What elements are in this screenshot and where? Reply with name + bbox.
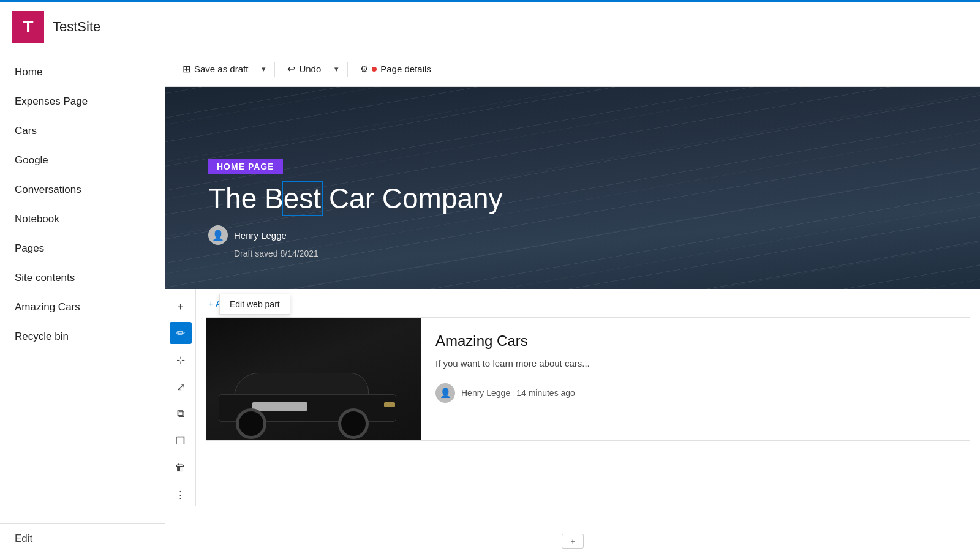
news-card-image (206, 318, 421, 440)
sidebar-item-notebook[interactable]: Notebook (0, 204, 165, 234)
main-content: ⊞ Save as draft ▾ ↩ Undo ▾ ⚙ Page detail… (165, 51, 980, 551)
expand-handle[interactable]: ＋ (562, 534, 584, 549)
news-card-title: Amazing Cars (435, 332, 955, 350)
hero-title-part1: The B (208, 182, 284, 214)
avatar: 👤 (208, 225, 228, 245)
hero-overlay: HOME PAGE The Best Car Company 👤 Henry L… (208, 159, 503, 258)
hero-section: HOME PAGE The Best Car Company 👤 Henry L… (165, 87, 980, 289)
save-icon: ⊞ (183, 63, 190, 75)
sidebar-item-conversations[interactable]: Conversations (0, 175, 165, 204)
drag-handle[interactable]: ⤢ (170, 376, 192, 398)
gear-icon: ⚙ (360, 64, 368, 75)
news-time-ago: 14 minutes ago (516, 388, 575, 398)
toolbar-divider-1 (274, 62, 275, 77)
hero-title-part2: Car Company (321, 182, 503, 214)
news-card[interactable]: Amazing Cars If you want to learn more a… (206, 317, 970, 441)
site-title: TestSite (53, 19, 100, 35)
undo-button[interactable]: ↩ Undo (280, 59, 328, 78)
copy-button[interactable]: ❐ (170, 430, 192, 452)
sidebar-item-recycle-bin[interactable]: Recycle bin (0, 322, 165, 351)
hero-badge: HOME PAGE (208, 159, 283, 174)
toolbar-divider-2 (347, 62, 348, 77)
trash-icon: 🗑 (175, 462, 186, 474)
add-section-button[interactable]: ＋ (170, 295, 192, 317)
top-bar: T TestSite (0, 2, 980, 51)
webpart-content: + Add ▾ (196, 289, 980, 506)
sidebar-item-amazing-cars[interactable]: Amazing Cars (0, 293, 165, 322)
webpart-wrapper: ＋ ✏ ⊹ ⤢ ⧉ ❐ (165, 289, 980, 506)
move-button[interactable]: ⊹ (170, 349, 192, 371)
pencil-icon: ✏ (176, 327, 185, 340)
sidebar-item-site-contents[interactable]: Site contents (0, 263, 165, 293)
add-bar[interactable]: + Add ▾ (196, 289, 980, 317)
news-card-description: If you want to learn more about cars... (435, 358, 955, 369)
hero-title: The Best Car Company (208, 183, 503, 214)
tools-panel: ＋ ✏ ⊹ ⤢ ⧉ ❐ (165, 289, 196, 506)
sidebar-item-google[interactable]: Google (0, 146, 165, 175)
avatar: 👤 (435, 383, 455, 403)
undo-chevron[interactable]: ▾ (331, 61, 342, 77)
drag-icon: ⤢ (176, 381, 185, 394)
sidebar-item-home[interactable]: Home (0, 58, 165, 87)
more-icon: ⋮ (175, 489, 186, 501)
sidebar-item-cars[interactable]: Cars (0, 116, 165, 146)
edit-webpart-button[interactable]: ✏ (170, 322, 192, 344)
news-card-body: Amazing Cars If you want to learn more a… (421, 318, 970, 440)
save-draft-button[interactable]: ⊞ Save as draft (175, 59, 255, 78)
content-area: ＋ ✏ ⊹ ⤢ ⧉ ❐ (165, 289, 980, 551)
toolbar: ⊞ Save as draft ▾ ↩ Undo ▾ ⚙ Page detail… (165, 51, 980, 87)
copy2-icon: ❐ (176, 435, 185, 448)
save-draft-chevron[interactable]: ▾ (258, 61, 270, 77)
delete-button[interactable]: 🗑 (170, 457, 192, 479)
hero-title-highlight: est (284, 182, 321, 214)
duplicate-button[interactable]: ⧉ (170, 403, 192, 425)
sidebar-item-edit[interactable]: Edit (0, 523, 165, 551)
move-icon: ⊹ (176, 354, 185, 367)
copy-icon: ⧉ (177, 408, 184, 420)
sidebar: Home Expenses Page Cars Google Conversat… (0, 51, 165, 551)
more-button[interactable]: ⋮ (170, 484, 192, 506)
site-logo[interactable]: T (12, 11, 44, 43)
draft-saved-text: Draft saved 8/14/2021 (234, 249, 503, 258)
news-author-name: Henry Legge (461, 388, 510, 398)
page-details-button[interactable]: ⚙ Page details (353, 60, 439, 78)
main-layout: Home Expenses Page Cars Google Conversat… (0, 51, 980, 551)
news-card-author: 👤 Henry Legge 14 minutes ago (435, 383, 955, 403)
edit-webpart-tooltip: Edit web part (219, 294, 290, 315)
sidebar-item-expenses[interactable]: Expenses Page (0, 87, 165, 116)
hero-author: 👤 Henry Legge (208, 225, 503, 245)
undo-icon: ↩ (287, 63, 295, 75)
sidebar-item-pages[interactable]: Pages (0, 234, 165, 263)
notification-dot (372, 67, 377, 72)
